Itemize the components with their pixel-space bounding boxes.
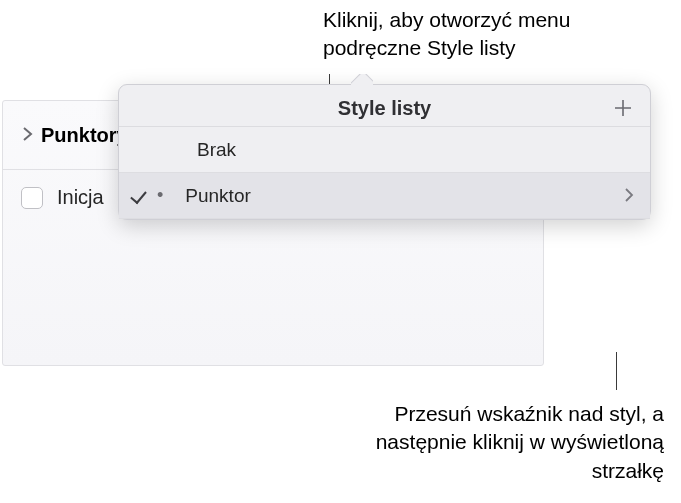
style-item-none[interactable]: Brak xyxy=(119,127,650,173)
style-item-bullet[interactable]: • Punktor xyxy=(119,173,650,219)
bullet-icon: • xyxy=(157,185,163,206)
initial-checkbox[interactable] xyxy=(21,187,43,209)
option-label: Inicja xyxy=(57,186,104,209)
list-item-label: Punktor xyxy=(185,185,250,207)
annotation-top: Kliknij, aby otworzyć menu podręczne Sty… xyxy=(323,6,663,63)
popover-header: Style listy xyxy=(119,85,650,126)
callout-line-bottom xyxy=(616,352,617,390)
chevron-right-icon[interactable] xyxy=(21,125,33,146)
popover-title: Style listy xyxy=(338,97,431,120)
annotation-bottom: Przesuń wskaźnik nad styl, a następnie k… xyxy=(364,400,664,485)
popover-list: Brak • Punktor xyxy=(119,126,650,219)
popover-caret-icon xyxy=(351,74,373,85)
chevron-right-icon[interactable] xyxy=(624,185,634,207)
list-styles-popover: Style listy Brak • Punktor xyxy=(118,84,651,220)
add-style-button[interactable] xyxy=(606,91,640,125)
list-item-label: Brak xyxy=(197,139,236,161)
